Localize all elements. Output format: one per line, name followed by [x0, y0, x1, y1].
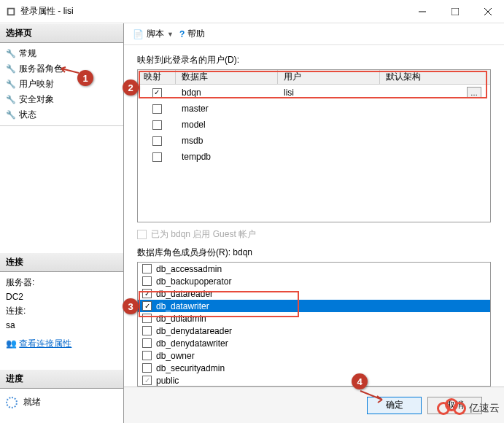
watermark: 亿速云 [437, 398, 500, 419]
watermark-text: 亿速云 [469, 402, 500, 415]
help-icon: ? [179, 29, 185, 39]
map-checkbox[interactable] [152, 136, 162, 146]
sidebar-item-status[interactable]: 🔧状态 [0, 107, 123, 123]
view-properties-icon: 👥 [6, 338, 17, 349]
sidebar-item-label: 用户映射 [19, 78, 54, 90]
help-label: 帮助 [187, 28, 205, 40]
map-checkbox[interactable] [152, 152, 162, 162]
sidebar-item-label: 安全对象 [19, 93, 54, 106]
column-header-schema[interactable]: 默认架构 [380, 70, 490, 84]
sidebar: 选择页 🔧常规 🔧服务器角色 🔧用户映射 🔧安全对象 🔧状态 连接 服务器: D… [0, 23, 124, 423]
guest-account-row: 已为 bdqn 启用 Guest 帐户 [137, 228, 491, 241]
role-name: db_accessadmin [156, 264, 222, 274]
progress-status: 就绪 [23, 396, 41, 408]
script-button[interactable]: 📄 脚本 ▼ [133, 28, 174, 40]
map-checkbox[interactable]: ✓ [152, 88, 162, 98]
window-title: 登录属性 - lisi [20, 5, 74, 18]
role-checkbox[interactable] [142, 351, 152, 360]
user-mapping-table: 映射 数据库 用户 默认架构 ✓ bdqn lisi … master [137, 69, 491, 222]
annotation-bubble-3: 3 [123, 298, 139, 314]
role-item[interactable]: db_denydatareader [138, 325, 490, 337]
column-header-database[interactable]: 数据库 [176, 70, 278, 84]
help-button[interactable]: ? 帮助 [179, 28, 205, 40]
db-cell: tempdb [176, 150, 278, 163]
wrench-icon: 🔧 [6, 79, 16, 89]
db-cell: msdb [176, 134, 278, 147]
progress-spinner-icon [6, 397, 18, 408]
mapped-users-label: 映射到此登录名的用户(D): [137, 54, 491, 66]
db-cell: model [176, 118, 278, 131]
role-membership-list: db_accessadmin db_backupoperator ✓db_dat… [137, 262, 491, 387]
wrench-icon: 🔧 [6, 64, 16, 74]
title-bar: 登录属性 - lisi [0, 0, 504, 23]
sidebar-item-securables[interactable]: 🔧安全对象 [0, 92, 123, 107]
close-button[interactable] [471, 0, 504, 23]
script-icon: 📄 [133, 29, 144, 39]
wrench-icon: 🔧 [6, 49, 16, 58]
minimize-button[interactable] [406, 0, 438, 23]
watermark-logo-icon [437, 398, 466, 419]
table-row[interactable]: tempdb [138, 149, 490, 165]
role-item[interactable]: db_backupoperator [138, 275, 490, 287]
sidebar-item-label: 常规 [19, 47, 36, 60]
guest-checkbox [137, 230, 147, 239]
role-item[interactable]: db_accessadmin [138, 263, 490, 275]
role-checkbox[interactable]: ✓ [142, 376, 152, 385]
sidebar-item-label: 状态 [19, 109, 36, 121]
db-cell: bdqn [176, 86, 278, 99]
map-checkbox[interactable] [152, 120, 162, 130]
connection-label: 连接: [0, 303, 123, 319]
role-membership-label: 数据库角色成员身份(R): bdqn [137, 247, 491, 259]
role-name: db_owner [156, 351, 195, 361]
user-cell: lisi [278, 86, 380, 99]
chevron-down-icon: ▼ [167, 31, 174, 38]
view-connection-properties-link[interactable]: 查看连接属性 [19, 338, 71, 349]
role-checkbox[interactable] [142, 264, 152, 273]
role-checkbox[interactable]: ✓ [142, 289, 152, 298]
connection-header: 连接 [0, 252, 123, 272]
sidebar-item-user-mapping[interactable]: 🔧用户映射 [0, 77, 123, 92]
role-item[interactable]: db_owner [138, 349, 490, 362]
role-item[interactable]: db_ddladmin [138, 312, 490, 325]
column-header-user[interactable]: 用户 [278, 70, 380, 84]
role-name: db_securityadmin [156, 363, 225, 373]
column-header-map[interactable]: 映射 [138, 70, 176, 84]
role-checkbox[interactable] [142, 363, 152, 373]
annotation-arrow-icon [359, 389, 388, 404]
annotation-bubble-4: 4 [352, 373, 368, 389]
server-value: DC2 [0, 290, 123, 303]
role-name: db_datawriter [156, 301, 209, 311]
table-row[interactable]: model [138, 117, 490, 133]
role-name: db_backupoperator [156, 276, 231, 287]
role-checkbox[interactable]: ✓ [142, 301, 152, 311]
map-checkbox[interactable] [152, 104, 162, 114]
role-checkbox[interactable] [142, 276, 152, 286]
role-item[interactable]: ✓db_datawriter [138, 300, 490, 312]
maximize-button[interactable] [438, 0, 471, 23]
wrench-icon: 🔧 [6, 95, 16, 104]
script-label: 脚本 [147, 28, 164, 40]
role-checkbox[interactable] [142, 326, 152, 335]
table-row[interactable]: msdb [138, 133, 490, 149]
progress-header: 进度 [0, 369, 123, 389]
role-item[interactable]: ✓public [138, 374, 490, 387]
table-row[interactable]: master [138, 101, 490, 117]
annotation-bubble-2: 2 [123, 79, 139, 96]
content-area: 📄 脚本 ▼ ? 帮助 映射到此登录名的用户(D): 映射 数据库 用户 默认架… [124, 23, 504, 423]
role-checkbox[interactable] [142, 338, 152, 348]
role-name: db_ddladmin [156, 314, 206, 324]
role-name: db_denydatawriter [156, 338, 228, 349]
table-row[interactable]: ✓ bdqn lisi … [138, 85, 490, 101]
role-item[interactable]: db_securityadmin [138, 362, 490, 374]
role-item[interactable]: db_denydatawriter [138, 337, 490, 349]
app-icon [6, 7, 16, 17]
role-checkbox[interactable] [142, 314, 152, 323]
role-name: db_denydatareader [156, 326, 232, 336]
role-item[interactable]: ✓db_datareader [138, 287, 490, 300]
guest-label: 已为 bdqn 启用 Guest 帐户 [151, 228, 256, 241]
db-cell: master [176, 102, 278, 115]
role-name: public [156, 376, 179, 386]
sidebar-item-general[interactable]: 🔧常规 [0, 46, 123, 61]
annotation-bubble-1: 1 [77, 70, 93, 86]
schema-browse-button[interactable]: … [467, 87, 481, 98]
